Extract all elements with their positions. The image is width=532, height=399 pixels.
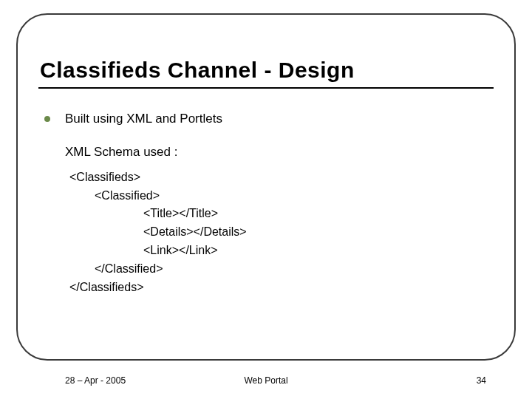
code-line: </Classifieds> [69, 279, 488, 297]
bullet-item-1: Built using XML and Portlets [44, 111, 488, 128]
footer-page-number: 34 [477, 375, 486, 386]
footer-title: Web Portal [0, 375, 532, 386]
xml-schema-block: <Classifieds> <Classified> <Title></Titl… [69, 168, 488, 297]
slide-title: Classifieds Channel - Design [40, 58, 355, 83]
code-line: <Classifieds> [69, 168, 488, 187]
code-line: <Classified> [95, 187, 488, 205]
code-line: <Link></Link> [143, 242, 488, 260]
title-underline [38, 87, 494, 89]
bullet-icon [44, 116, 50, 122]
bullet-text-1: Built using XML and Portlets [65, 111, 222, 128]
slide-body: Built using XML and Portlets XML Schema … [44, 111, 488, 296]
code-line: <Details></Details> [143, 223, 488, 242]
code-line: <Title></Title> [143, 205, 488, 223]
code-line: </Classified> [95, 260, 488, 279]
slide: Classifieds Channel - Design Built using… [0, 0, 532, 399]
schema-subhead: XML Schema used : [65, 144, 488, 161]
